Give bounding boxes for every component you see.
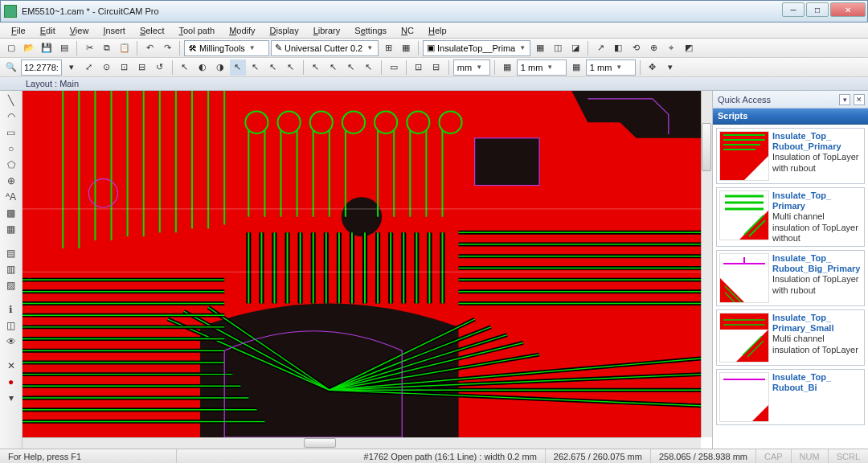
bt-b[interactable]: ⊙: [99, 59, 115, 76]
menu-insert[interactable]: Insert: [96, 24, 132, 37]
cur-1[interactable]: ↖: [177, 59, 193, 76]
vscroll-thumb[interactable]: [702, 123, 711, 171]
ls-layer2-icon[interactable]: ▥: [4, 263, 18, 276]
cut-button[interactable]: ✂: [81, 40, 97, 56]
grid1-combo[interactable]: 1 mm ▼: [517, 59, 567, 76]
ls-dd-icon[interactable]: ▾: [4, 391, 18, 404]
close-button[interactable]: ✕: [830, 2, 866, 17]
menu-settings[interactable]: Settings: [348, 24, 393, 37]
new-button[interactable]: ▢: [3, 40, 19, 56]
ls-eye-icon[interactable]: 👁: [4, 335, 18, 348]
ls-grid-icon[interactable]: ▦: [4, 223, 18, 236]
ls-pattern-icon[interactable]: ▩: [4, 207, 18, 219]
paste-button[interactable]: 📋: [117, 40, 133, 56]
ls-rec-icon[interactable]: ●: [4, 375, 18, 388]
tool-7[interactable]: ◧: [610, 40, 626, 56]
script-card[interactable]: Insulate_Top_Rubout_Bi: [716, 369, 865, 425]
horizontal-scrollbar[interactable]: [23, 437, 701, 449]
ls-layer3-icon[interactable]: ▨: [4, 279, 18, 292]
tool-4[interactable]: ◫: [550, 40, 566, 56]
cutter-combo[interactable]: ✎ Universal Cutter 0.2 ▼: [271, 40, 379, 56]
maximize-button[interactable]: □: [806, 2, 829, 17]
ls-circle-icon[interactable]: ○: [4, 142, 18, 155]
cur-7[interactable]: ↖: [283, 59, 299, 76]
tool-10[interactable]: ⌖: [663, 40, 679, 56]
grid-icon-1[interactable]: ▦: [499, 59, 515, 76]
menu-select[interactable]: Select: [133, 24, 171, 37]
menu-file[interactable]: File: [5, 24, 32, 37]
save-button[interactable]: 💾: [39, 40, 55, 56]
tool-5[interactable]: ◪: [567, 40, 583, 56]
zoom-value[interactable]: 12.2778:: [21, 59, 62, 76]
grid-icon-2[interactable]: ▦: [568, 59, 584, 76]
bt-d[interactable]: ⊟: [134, 59, 150, 76]
ls-line-icon[interactable]: ╲: [4, 94, 18, 107]
tool-11[interactable]: ◩: [681, 40, 697, 56]
cur-8[interactable]: ↖: [308, 59, 324, 76]
menu-nc[interactable]: NC: [395, 24, 420, 37]
ls-prop-icon[interactable]: ◫: [4, 319, 18, 332]
bt-e[interactable]: ↺: [152, 59, 168, 76]
tool-8[interactable]: ⟲: [628, 40, 644, 56]
scripts-section-header[interactable]: Scripts: [713, 109, 868, 125]
vertical-scrollbar[interactable]: [701, 91, 712, 437]
insulate-combo[interactable]: ▣ InsulateTop__Prima ▼: [423, 40, 530, 56]
cur-3[interactable]: ◑: [212, 59, 228, 76]
script-card[interactable]: Insulate_Top_PrimaryMulti channel insula…: [716, 187, 865, 247]
bt-a[interactable]: ⤢: [81, 59, 97, 76]
cur-4[interactable]: ↖: [230, 59, 246, 76]
snap-dd[interactable]: ▾: [662, 59, 678, 76]
tool-3[interactable]: ▦: [532, 40, 548, 56]
canvas-viewport[interactable]: [23, 91, 712, 449]
cur-10[interactable]: ↖: [343, 59, 359, 76]
ls-layer-icon[interactable]: ▤: [4, 247, 18, 260]
menu-toolpath[interactable]: Tool path: [173, 24, 222, 37]
panel-close-icon[interactable]: ✕: [854, 94, 865, 105]
copy-button[interactable]: ⧉: [99, 40, 115, 56]
menu-edit[interactable]: Edit: [34, 24, 62, 37]
open-button[interactable]: 📂: [21, 40, 37, 56]
zoom-dd[interactable]: ▾: [63, 59, 80, 76]
minimize-button[interactable]: ─: [782, 2, 805, 17]
tool-1[interactable]: ⊞: [380, 40, 396, 56]
snap-btn[interactable]: ✥: [645, 59, 661, 76]
zoom-icon[interactable]: 🔍: [3, 59, 19, 76]
script-card[interactable]: Insulate_Top_Rubout_Big_PrimaryInsulatio…: [716, 250, 865, 306]
ls-x-icon[interactable]: ✕: [4, 359, 18, 372]
cur-9[interactable]: ↖: [326, 59, 342, 76]
script-card[interactable]: Insulate_Top_Rubout_PrimaryInsulation of…: [716, 128, 865, 184]
bt-c[interactable]: ⊡: [117, 59, 133, 76]
panel-pin-icon[interactable]: ▾: [839, 94, 850, 105]
ls-text-icon[interactable]: ᴬA: [4, 191, 18, 203]
cur-2[interactable]: ◐: [194, 59, 211, 76]
cur-6[interactable]: ↖: [265, 59, 281, 76]
sel-2[interactable]: ⊡: [411, 59, 427, 76]
cur-5[interactable]: ↖: [248, 59, 264, 76]
menu-help[interactable]: Help: [422, 24, 453, 37]
script-card[interactable]: Insulate_Top_Primary_SmallMulti channel …: [716, 309, 865, 366]
sel-1[interactable]: ▭: [386, 59, 402, 76]
ls-rect-icon[interactable]: ▭: [4, 126, 18, 139]
menu-display[interactable]: Display: [264, 24, 305, 37]
layout-tab-label[interactable]: Layout : Main: [26, 79, 79, 88]
menu-view[interactable]: View: [63, 24, 96, 37]
ls-arc-icon[interactable]: ◠: [4, 110, 18, 123]
ls-info-icon[interactable]: ℹ: [4, 303, 18, 316]
unit-combo[interactable]: mm ▼: [453, 59, 490, 76]
undo-button[interactable]: ↶: [141, 40, 158, 56]
milling-tools-combo[interactable]: 🛠 MillingTools ▼: [184, 40, 269, 56]
ls-poly-icon[interactable]: ⬠: [4, 158, 18, 171]
tool-2[interactable]: ▦: [398, 40, 414, 56]
redo-button[interactable]: ↷: [159, 40, 175, 56]
sel-3[interactable]: ⊟: [428, 59, 444, 76]
menu-library[interactable]: Library: [307, 24, 347, 37]
pcb-canvas[interactable]: [23, 91, 701, 437]
cur-11[interactable]: ↖: [361, 59, 377, 76]
hscroll-thumb[interactable]: [304, 438, 336, 448]
grid2-combo[interactable]: 1 mm ▼: [586, 59, 636, 76]
saveas-button[interactable]: ▤: [56, 40, 72, 56]
tool-6[interactable]: ↗: [592, 40, 608, 56]
tool-9[interactable]: ⊕: [645, 40, 661, 56]
ls-target-icon[interactable]: ⊕: [4, 174, 18, 187]
menu-modify[interactable]: Modify: [223, 24, 261, 37]
